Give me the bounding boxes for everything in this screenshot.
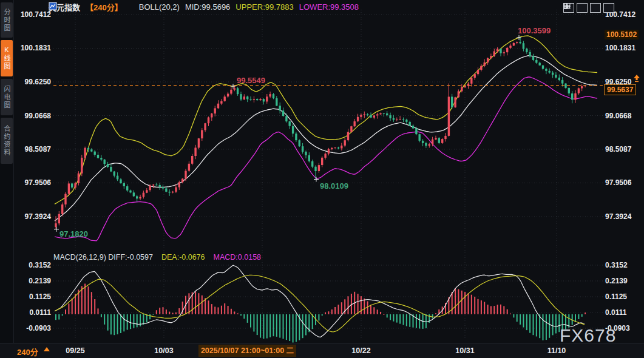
svg-text:97.1820: 97.1820 [59, 229, 88, 238]
date-tick-label: 10/22 [351, 346, 370, 355]
price-tick-label: 97.3924 [605, 212, 631, 221]
price-tick-label: 99.6250 [15, 78, 51, 86]
axis-play-icon[interactable] [590, 3, 601, 13]
date-tick-label: 11/10 [547, 346, 566, 355]
svg-text:99.5549: 99.5549 [237, 76, 265, 85]
macd-tick-label: -0.0903 [15, 324, 51, 333]
boll-mid-line [55, 56, 597, 221]
boll-lower-value: LOWER:99.3508 [299, 2, 359, 12]
exit-panel-icon[interactable] [603, 3, 614, 13]
boll-lower-line [55, 77, 597, 241]
price-tick-label: 98.5087 [15, 145, 51, 154]
macd-tick-label: 0.1125 [605, 292, 627, 301]
chart-toolbar [563, 3, 614, 13]
boll-label: BOLL(20,2) [139, 2, 180, 12]
price-tick-label: 97.9506 [605, 178, 631, 187]
sidebar-tab-1[interactable]: 分时图 [1, 2, 13, 38]
macd-dea-value: DEA:-0.0676 [161, 253, 205, 262]
time-axis-bar: 240分 2025/10/07 21:00~01:00 二 09/2510/03… [0, 343, 644, 358]
date-tick-label: 09/25 [66, 346, 84, 355]
chart-titlebar: 美元指数 【240分】 BOLL(20,2) MID:99.5696 UPPER… [49, 2, 359, 12]
trading-chart-window: 99.5549100.359998.010997.1820 分时图K线图闪电图合… [0, 0, 644, 358]
macd-tick-label: 0.0111 [605, 308, 626, 317]
macd-tick-label: 0.3152 [605, 261, 628, 269]
sidebar-tab-3[interactable]: 闪电图 [1, 79, 13, 115]
macd-header: MACD(26,12,9) DIFF:-0.0597 DEA:-0.0676 M… [53, 253, 261, 262]
sidebar: 分时图K线图闪电图合约资料 [0, 0, 14, 343]
boll-upper-value: UPPER:99.7883 [236, 2, 293, 12]
price-tick-label: 97.3924 [15, 212, 51, 221]
price-tick-label: 97.9506 [15, 178, 51, 187]
period-selector[interactable]: 240分 [17, 346, 38, 357]
session-high-marker: 100.5102 [605, 30, 639, 39]
macd-layer [55, 265, 586, 342]
selected-candle-range: 2025/10/07 21:00~01:00 二 [198, 345, 296, 357]
sidebar-tab-4[interactable]: 合约资料 [1, 118, 13, 164]
interval-label[interactable]: 【240分】 [86, 1, 123, 13]
date-tick-label: 10/31 [455, 346, 474, 355]
sidebar-tab-2[interactable]: K线图 [1, 40, 13, 76]
date-tick-label: 10/03 [154, 346, 173, 355]
macd-tick-label: 0.3152 [15, 261, 51, 269]
annotations-layer: 99.5549100.359998.010997.1820 [54, 26, 551, 238]
macd-tick-label: 0.2139 [15, 277, 51, 285]
macd-hist-value: MACD:0.0158 [214, 253, 262, 262]
axis-zoom-icon[interactable] [577, 3, 588, 13]
svg-text:100.3599: 100.3599 [518, 26, 551, 35]
period-caret-icon[interactable] [44, 347, 50, 351]
price-tick-label: 99.0668 [15, 112, 51, 120]
boll-mid-value: MID:99.5696 [185, 2, 230, 12]
svg-text:98.0109: 98.0109 [320, 181, 348, 191]
price-tick-label: 98.5087 [605, 145, 631, 154]
chart-canvas[interactable]: 99.5549100.359998.010997.1820 [0, 0, 644, 358]
price-tick-label: 100.7412 [15, 10, 51, 19]
macd-title: MACD(26,12,9) DIFF:-0.0597 [53, 253, 153, 262]
macd-tick-label: 0.1125 [15, 292, 51, 301]
bollinger-layer [55, 36, 597, 241]
macd-tick-label: 0.0111 [15, 308, 51, 317]
price-tick-label: 100.1831 [15, 44, 51, 52]
last-price-box: 99.5637 [604, 84, 636, 95]
macd-tick-label: 0.2139 [605, 277, 628, 285]
grid-layer [53, 10, 603, 340]
price-tick-label: 99.0668 [605, 112, 631, 120]
price-tick-label: 100.1831 [605, 44, 636, 52]
